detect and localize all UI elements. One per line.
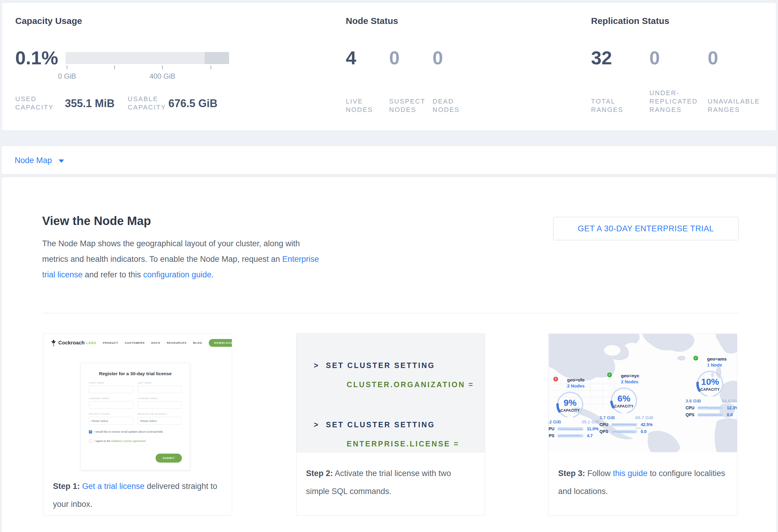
sql-line-arg: ENTERPRISE.LICENSE = <box>347 440 459 448</box>
email-updates-checkbox-label: I would like to receive email updates ab… <box>94 430 163 434</box>
capacity-percent: 6% <box>608 393 639 404</box>
submit-button: SUBMIT <box>156 454 182 463</box>
mini-site-nav: PRODUCT CUSTOMERS DOCS RESOURCES BLOG DO… <box>96 339 232 347</box>
qps-sparkline <box>557 434 583 438</box>
stat-total-ranges: 32 TOTALRANGES <box>591 45 612 114</box>
page-title: View the Node Map <box>42 214 151 228</box>
axis-tick <box>211 66 211 69</box>
description-text: and refer to this <box>83 270 143 279</box>
capacity-min: 3.2 GiB <box>549 419 561 424</box>
capacity-min: 3.6 GiB <box>686 398 701 403</box>
qps-value: 4.7 <box>587 433 593 438</box>
nav-item: BLOG <box>193 341 202 345</box>
cpu-sparkline <box>611 423 637 427</box>
brand-name: Cockroach <box>58 340 85 346</box>
cpu-sparkline <box>557 427 583 431</box>
nav-item: DOCS <box>151 341 160 345</box>
used-capacity-label: USED CAPACITY <box>15 95 54 111</box>
cluster-summary-panel: Capacity Usage 0.1% 0 GiB 400 GiB USED C… <box>2 2 776 131</box>
node-status-title: Node Status <box>346 16 398 26</box>
map-node-widget-nyc: ✓ geo=nyc 2 Nodes 6% CAPACITY 3.7 GiB65.… <box>608 373 668 434</box>
usable-capacity-value: 676.5 GiB <box>168 97 218 110</box>
check-badge-icon: ✓ <box>607 373 612 377</box>
capacity-bar-end-segment <box>205 52 229 64</box>
configuration-guide-link[interactable]: configuration guide <box>143 270 212 279</box>
field-label: COMPANY EMAIL <box>138 397 182 400</box>
node-count: 1 Node <box>707 362 737 367</box>
sql-line: > SET CLUSTER SETTING <box>314 361 435 370</box>
map-node-widget-ams: ✓ geo=ams 1 Node 10% CAPACITY 3.6 GiB34.… <box>695 356 737 417</box>
download-button: DOWNLOAD <box>209 339 232 347</box>
trial-license-form: Register for a 30-day trial license FIRS… <box>81 363 190 470</box>
stat-unavailable-ranges: 0 UNAVAILABLERANGES <box>708 45 718 114</box>
used-capacity-value: 355.1 MiB <box>65 97 114 110</box>
step-number: Step 3: <box>558 469 585 478</box>
cpu-value: 11.0% <box>587 427 599 431</box>
section-description: The Node Map shows the geographical layo… <box>42 236 328 283</box>
registration-site-screenshot: Cockroach LABS PRODUCT CUSTOMERS DOCS RE… <box>44 333 232 465</box>
cpu-value: 12.3% <box>727 405 737 410</box>
step3-caption: Step 3: Follow this guide to configure l… <box>549 452 737 500</box>
alert-badge-icon: 1 <box>553 377 558 381</box>
sql-line: > SET CLUSTER SETTING <box>314 421 435 429</box>
project-phase-select: Please Select <box>89 417 134 425</box>
description-text: The Node Map shows the geographical layo… <box>42 239 300 263</box>
capacity-bar <box>66 52 229 64</box>
axis-tick <box>67 66 67 69</box>
step2-caption: Step 2: Activate the trial license with … <box>296 452 485 500</box>
capacity-max: 65.7 GiB <box>635 415 653 420</box>
company-email-field <box>138 401 182 409</box>
check-badge-icon: ✓ <box>693 356 698 361</box>
capacity-percent: 0.1% <box>15 45 58 70</box>
stat-live-nodes: 4 LIVENODES <box>346 45 356 114</box>
bug-icon <box>51 339 57 346</box>
qps-sparkline <box>611 430 637 433</box>
qps-sparkline <box>698 413 723 416</box>
capacity-percent: 9% <box>555 398 586 408</box>
locality-name: geo=sfo <box>567 377 614 382</box>
step3-card: 1 geo=sfo 2 Nodes 9% CAPACITY 3.2 GiB35.… <box>548 333 737 516</box>
replication-status-title: Replication Status <box>591 16 670 26</box>
node-count: 2 Nodes <box>621 379 668 384</box>
cpu-value: 42.5% <box>641 422 653 427</box>
qps-value: 0.0 <box>727 412 732 417</box>
stat-dead-nodes: 0 DEADNODES <box>433 45 443 114</box>
field-label: REASON FOR INTEREST <box>138 412 182 415</box>
node-map-intro-panel: View the Node Map The Node Map shows the… <box>1 177 777 532</box>
reason-for-interest-select: Please Select <box>138 417 182 425</box>
locality-name: geo=ams <box>707 356 737 362</box>
get-trial-license-link[interactable]: Get a trial license <box>82 482 145 491</box>
tick-label-400: 400 GiB <box>142 72 183 80</box>
usable-capacity-label: USABLE CAPACITY <box>128 95 166 111</box>
stat-suspect-nodes: 0 SUSPECTNODES <box>389 45 400 114</box>
node-map-dropdown[interactable]: Node Map <box>15 146 64 175</box>
nav-item: RESOURCES <box>167 341 187 345</box>
license-agreement-checkbox-label: I agree to the Software License Agreemen… <box>94 439 146 443</box>
field-label: LAST NAME <box>138 381 182 384</box>
locality-name: geo=nyc <box>621 373 668 378</box>
enterprise-trial-button[interactable]: GET A 30-DAY ENTERPRISE TRIAL <box>553 217 738 240</box>
sql-line-arg: CLUSTER.ORGANIZATION = <box>347 380 474 389</box>
step2-card: > SET CLUSTER SETTING CLUSTER.ORGANIZATI… <box>296 333 485 516</box>
first-name-field <box>89 386 134 393</box>
capacity-label: CAPACITY <box>608 404 639 408</box>
step1-caption: Step 1: Get a trial license delivered st… <box>44 465 232 513</box>
checkbox-unchecked-icon <box>89 440 92 443</box>
step1-card: Cockroach LABS PRODUCT CUSTOMERS DOCS RE… <box>43 333 232 516</box>
tick-label-0: 0 GiB <box>46 72 88 80</box>
company-name-field <box>89 401 134 409</box>
brand-suffix: LABS <box>86 341 96 345</box>
checkbox-checked-icon <box>89 430 92 434</box>
capacity-min: 3.7 GiB <box>600 415 615 420</box>
description-text: . <box>212 270 214 279</box>
cpu-sparkline <box>698 406 723 409</box>
nav-item: PRODUCT <box>103 341 119 345</box>
this-guide-link[interactable]: this guide <box>613 469 647 478</box>
step-number: Step 2: <box>306 469 333 478</box>
capacity-max: 34.4 GiB <box>721 398 737 403</box>
step-number: Step 1: <box>53 482 80 491</box>
last-name-field <box>138 386 182 393</box>
axis-tick <box>162 66 163 69</box>
capacity-usage-title: Capacity Usage <box>15 16 82 26</box>
qps-value: 0.0 <box>641 429 646 434</box>
